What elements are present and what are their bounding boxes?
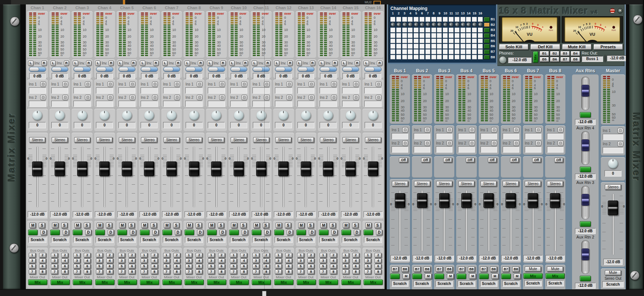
aux-slider-handle[interactable] — [582, 139, 589, 151]
input-balance-slider[interactable] — [96, 67, 113, 72]
pan-readout[interactable]: 0 — [96, 122, 113, 128]
bus-out-button-8[interactable]: 8 — [375, 269, 382, 274]
stereo-button[interactable]: Stereo — [365, 137, 381, 143]
stereo-button[interactable]: Stereo — [342, 137, 359, 143]
route-b7-button[interactable]: B7 — [414, 267, 421, 272]
scratch-name-field[interactable]: Scratch — [458, 281, 475, 287]
right-channel-button[interactable]: R — [176, 60, 181, 66]
mapping-cell[interactable] — [443, 55, 448, 60]
mix-button[interactable]: Mix — [341, 279, 361, 285]
aux-off-button[interactable]: Off — [443, 158, 452, 163]
ins1-field[interactable] — [163, 87, 180, 94]
left-channel-button[interactable]: L — [297, 60, 302, 66]
aux-off-button[interactable]: Off — [421, 158, 430, 163]
scratch-name-field[interactable]: Scratch — [297, 237, 315, 243]
bus-out-button-1[interactable]: 1 — [141, 253, 148, 258]
input-balance-slider[interactable] — [118, 67, 136, 72]
scratch-name-field[interactable]: Scratch — [364, 237, 382, 243]
bus-out-button-4[interactable]: 4 — [84, 258, 91, 263]
mapping-cell[interactable] — [472, 22, 477, 27]
bus-out-button-4[interactable]: 4 — [352, 258, 359, 263]
right-channel-button[interactable]: R — [220, 60, 226, 66]
mapping-cell[interactable] — [449, 22, 454, 27]
mute-button[interactable]: M — [141, 223, 148, 228]
bus-out-button-2[interactable]: 2 — [218, 253, 225, 258]
solo-button[interactable]: S — [106, 223, 112, 228]
scratch-name-field[interactable]: Scratch — [185, 237, 203, 243]
bus-fader[interactable]: 0 0 — [390, 189, 410, 253]
bus-fader[interactable]: 0 0 — [456, 189, 476, 253]
fader-handle[interactable] — [234, 161, 244, 176]
mapping-cell[interactable] — [402, 55, 407, 60]
direct-button[interactable]: D — [264, 230, 271, 235]
fader-readout[interactable]: -12.0 dB — [95, 211, 114, 217]
mapping-cell[interactable] — [414, 49, 419, 54]
ins1-field[interactable] — [525, 133, 541, 139]
bus-out-button-8[interactable]: 8 — [240, 269, 247, 274]
bus-out-button-5[interactable]: 5 — [364, 264, 371, 269]
close-button[interactable]: ✕ — [617, 8, 623, 14]
fader-readout[interactable]: -12.0 dB — [274, 211, 293, 217]
ins2-checkbox[interactable] — [402, 140, 408, 146]
bus-out-button-2[interactable]: 2 — [375, 253, 382, 258]
fader-readout[interactable]: -12.0 dB — [252, 211, 271, 217]
ins1-checkbox[interactable] — [535, 127, 541, 133]
mapping-cell[interactable] — [431, 22, 436, 27]
bus-out-button-1[interactable]: 1 — [275, 253, 282, 258]
fader-readout[interactable]: -12.0 dB — [117, 211, 137, 217]
mapping-cell[interactable] — [431, 49, 436, 54]
pan-knob[interactable] — [368, 111, 378, 120]
bus-out-button-4[interactable]: 4 — [375, 258, 382, 263]
channel-fader[interactable]: 0 0 — [49, 145, 70, 209]
mapping-knob[interactable] — [443, 22, 448, 27]
fader-readout[interactable]: -12.0 dB — [390, 255, 410, 261]
ins2-checkbox[interactable] — [174, 95, 180, 100]
mapping-cell[interactable] — [466, 17, 471, 22]
fader-handle[interactable] — [528, 193, 538, 208]
presets-button[interactable]: Presets — [593, 44, 623, 50]
mapping-cell[interactable] — [478, 44, 483, 49]
ins2-checkbox[interactable] — [447, 140, 452, 146]
mapping-cell[interactable] — [478, 55, 483, 60]
ins1-field[interactable] — [414, 133, 430, 139]
input-balance-slider[interactable] — [297, 67, 315, 72]
input-gain-readout[interactable]: 0 dB — [96, 73, 113, 79]
bus-out-button-1[interactable]: 1 — [208, 253, 215, 258]
stereo-button[interactable]: Stereo — [253, 137, 269, 143]
channel-on-indicator[interactable] — [50, 230, 60, 235]
stereo-button[interactable]: Stereo — [29, 137, 45, 143]
channel-on-indicator[interactable] — [252, 230, 261, 235]
mapping-cell[interactable] — [390, 17, 395, 22]
direct-button[interactable]: D — [130, 230, 136, 235]
mapping-cell[interactable] — [443, 49, 448, 54]
bus-out-button-8[interactable]: 8 — [151, 269, 158, 274]
bus-on-indicator[interactable] — [412, 274, 422, 279]
mix-button[interactable]: Mix — [162, 279, 182, 285]
bus-indicator[interactable] — [484, 22, 490, 27]
pan-readout[interactable]: 0 — [51, 122, 68, 128]
bus-out-button-7[interactable]: 7 — [275, 269, 282, 274]
bus-out-button-7[interactable]: 7 — [252, 269, 259, 274]
ins2-field[interactable] — [230, 101, 248, 107]
input-gain-readout[interactable]: 0 dB — [231, 73, 247, 79]
route-b8-button[interactable]: B8 — [446, 267, 453, 272]
fader-handle[interactable] — [32, 161, 42, 176]
scratch-name-field[interactable]: Scratch — [502, 281, 520, 287]
rec-out-source[interactable]: Buss 1 — [582, 56, 603, 62]
fader-handle[interactable] — [256, 161, 266, 176]
mapping-cell[interactable] — [455, 17, 459, 22]
pan-readout[interactable]: 0 — [230, 122, 247, 128]
mapping-cell[interactable] — [472, 28, 477, 32]
mapping-cell[interactable] — [472, 17, 477, 22]
bus-out-button-7[interactable]: 7 — [141, 269, 148, 274]
route-b8-button[interactable]: B8 — [424, 267, 431, 272]
channel-fader[interactable]: 0 0 — [273, 145, 294, 209]
bus-out-button-6[interactable]: 6 — [263, 264, 270, 269]
ins2-field[interactable] — [185, 101, 203, 107]
right-channel-button[interactable]: R — [287, 60, 293, 66]
bus-out-button-4[interactable]: 4 — [307, 258, 314, 263]
ins2-checkbox[interactable] — [107, 95, 113, 100]
ins1-field[interactable] — [392, 133, 408, 139]
mapping-cell[interactable] — [437, 33, 442, 38]
bus-out-button-8[interactable]: 8 — [307, 269, 314, 274]
